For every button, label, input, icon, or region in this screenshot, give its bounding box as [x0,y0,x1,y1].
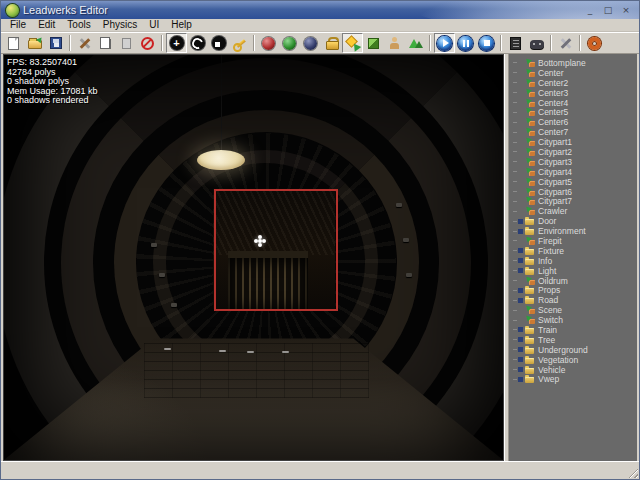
tree-item-props[interactable]: Props [513,285,637,295]
folder-icon [525,346,535,354]
tree-item-train[interactable]: Train [513,325,637,335]
open-button[interactable] [24,33,45,53]
tree-item-citypart1[interactable]: Citypart1 [513,137,637,147]
help-button[interactable] [584,33,605,53]
tree-item-light[interactable]: Light [513,266,637,276]
tree-item-citypart3[interactable]: Citypart3 [513,157,637,167]
maximize-button[interactable]: □ [601,4,615,17]
minimize-button[interactable]: _ [583,4,597,17]
script-button[interactable] [505,33,526,53]
window-title: Leadwerks Editor [23,4,108,16]
tree-item-citypart5[interactable]: Citypart5 [513,177,637,187]
tree-expander[interactable] [518,357,523,362]
tree-item-environment[interactable]: Environment [513,226,637,236]
tree-item-center[interactable]: Center [513,68,637,78]
tree-item-road[interactable]: Road [513,295,637,305]
tree-item-label: Citypart7 [538,196,572,206]
view-sphere-blue-button[interactable] [300,33,321,53]
tree-item-vegetation[interactable]: Vegetation [513,355,637,365]
tree-expander[interactable] [518,327,523,332]
resize-grip[interactable] [626,466,638,478]
new-file-button[interactable] [3,33,24,53]
toolbar-separator [429,35,431,51]
view-sphere-red-button[interactable] [258,33,279,53]
key-tool-button[interactable] [229,33,250,53]
pause-button[interactable] [455,33,476,53]
tree-item-underground[interactable]: Underground [513,345,637,355]
tree-expander[interactable] [518,268,523,273]
move-tool-button[interactable] [166,33,187,53]
scale-tool-button[interactable] [208,33,229,53]
copy-button[interactable] [95,33,116,53]
3d-viewport[interactable]: FPS: 83.250740142784 polys0 shadow polys… [3,54,504,461]
tree-item-center2[interactable]: Center2 [513,78,637,88]
menu-tools[interactable]: Tools [61,19,96,31]
tree-item-door[interactable]: Door [513,216,637,226]
play-button[interactable] [434,33,455,53]
tree-expander[interactable] [518,377,523,382]
tree-item-fixture[interactable]: Fixture [513,246,637,256]
tree-item-crawler[interactable]: Crawler [513,206,637,216]
tree-expander[interactable] [518,337,523,342]
tree-item-citypart4[interactable]: Citypart4 [513,167,637,177]
menu-physics[interactable]: Physics [97,19,143,31]
tree-item-center6[interactable]: Center6 [513,117,637,127]
tree-item-scene[interactable]: Scene [513,305,637,315]
paste-button[interactable] [116,33,137,53]
menu-ui[interactable]: UI [143,19,165,31]
tree-item-info[interactable]: Info [513,256,637,266]
menu-help[interactable]: Help [165,19,198,31]
tree-connector [513,231,517,232]
tree-item-citypart7[interactable]: Citypart7 [513,196,637,206]
tree-item-switch[interactable]: Switch [513,315,637,325]
terrain-cube-button[interactable] [363,33,384,53]
rotate-tool-button[interactable] [187,33,208,53]
menu-edit[interactable]: Edit [32,19,61,31]
tree-expander[interactable] [518,288,523,293]
tree-item-citypart6[interactable]: Citypart6 [513,187,637,197]
tree-item-oildrum[interactable]: Oildrum [513,276,637,286]
save-button[interactable] [45,33,66,53]
open-icon [28,40,42,49]
tree-connector [513,191,517,192]
delete-button[interactable] [137,33,158,53]
controller-button[interactable] [526,33,547,53]
menu-file[interactable]: File [4,19,32,31]
tree-item-center5[interactable]: Center5 [513,107,637,117]
character-button[interactable] [384,33,405,53]
tree-item-vwep[interactable]: Vwep [513,375,637,385]
tree-expander[interactable] [518,258,523,263]
tree-item-citypart2[interactable]: Citypart2 [513,147,637,157]
tree-item-tree[interactable]: Tree [513,335,637,345]
tree-item-label: Citypart6 [538,187,572,197]
view-sphere-green-button[interactable] [279,33,300,53]
floor-marker [164,348,171,350]
tree-item-vehicle[interactable]: Vehicle [513,365,637,375]
folder-icon [525,227,535,235]
tree-item-center7[interactable]: Center7 [513,127,637,137]
app-window: Leadwerks Editor _ □ × FileEditToolsPhys… [0,0,640,480]
title-bar[interactable]: Leadwerks Editor _ □ × [1,1,639,19]
tree-expander[interactable] [518,229,523,234]
window-controls: _ □ × [583,4,639,17]
close-button[interactable]: × [619,4,633,17]
tree-item-label: Center4 [538,98,568,108]
tree-item-center4[interactable]: Center4 [513,98,637,108]
vegetation-tool-button[interactable] [405,33,426,53]
model-icon [525,128,535,136]
tree-expander[interactable] [518,219,523,224]
tree-expander[interactable] [518,298,523,303]
tree-item-firepit[interactable]: Firepit [513,236,637,246]
options-button[interactable] [555,33,576,53]
tree-expander[interactable] [518,367,523,372]
stop-button[interactable] [476,33,497,53]
tree-expander[interactable] [518,347,523,352]
selection-rectangle[interactable] [214,189,338,311]
lock-button[interactable] [321,33,342,53]
tree-item-center3[interactable]: Center3 [513,88,637,98]
tree-expander[interactable] [518,248,523,253]
carve-tool-button[interactable] [74,33,95,53]
tree-item-bottomplane[interactable]: Bottomplane [513,58,637,68]
stat-line: 0 shadows rendered [7,96,98,106]
drop-entity-button[interactable] [342,33,363,53]
